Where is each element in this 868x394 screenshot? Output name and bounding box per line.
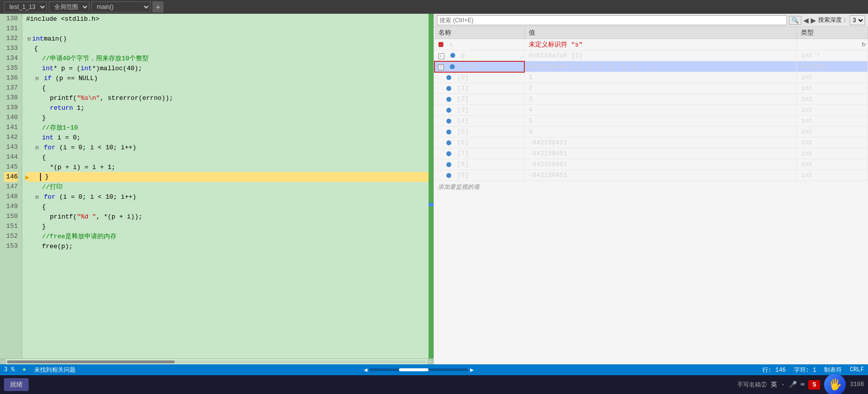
- fold-132[interactable]: ⊟: [26, 36, 32, 42]
- status-icon: ●: [23, 366, 26, 373]
- dot-icon-idx0: [446, 75, 451, 80]
- keyboard-icon[interactable]: ⌨: [801, 381, 805, 389]
- watch-search-button[interactable]: 🔍: [789, 16, 801, 25]
- h-scrollbar[interactable]: ◀ ▶: [0, 358, 434, 364]
- watch-value-p: 0x011da2a0 {1}: [524, 50, 797, 61]
- code-line-144: {: [26, 152, 429, 162]
- dot-icon-idx6: [446, 140, 451, 145]
- watch-row-idx6[interactable]: [6] -842150451 int: [434, 137, 868, 148]
- ln-145: 145: [4, 162, 18, 172]
- watch-value-idx9: -842150451: [524, 170, 797, 181]
- lang-en[interactable]: 英: [771, 380, 777, 389]
- watch-name-p: ▶ p: [434, 50, 524, 61]
- watch-table-header: 名称 值 类型: [434, 27, 868, 39]
- watch-search-input[interactable]: [437, 15, 787, 25]
- code-panel: 130 131 132 133 134 135 136 137 138 139 …: [0, 14, 434, 364]
- watch-type-idx7: int: [797, 148, 868, 159]
- file-selector[interactable]: test_1_13: [4, 1, 47, 12]
- watch-value-s: 未定义标识符 "s": [524, 39, 797, 50]
- watch-value-idx8: -842150451: [524, 159, 797, 170]
- watch-next-button[interactable]: ▶: [811, 16, 816, 24]
- function-selector[interactable]: main(): [91, 1, 151, 12]
- green-scroll-bar: [429, 14, 434, 358]
- watch-row-p[interactable]: ▶ p 0x011da2a0 {1} int *: [434, 50, 868, 61]
- watch-row-idx9[interactable]: [9] -842150451 int: [434, 170, 868, 181]
- code-lines[interactable]: #include <stdlib.h> ⊟ int main() { //申请4…: [22, 14, 429, 358]
- watch-name-idx7: [7]: [434, 148, 524, 159]
- ln-141: 141: [4, 123, 18, 132]
- ln-139: 139: [4, 103, 18, 113]
- watch-type-idx9: int: [797, 170, 868, 181]
- expand-p10[interactable]: ▼: [438, 64, 444, 70]
- col-name: 名称: [434, 27, 524, 39]
- ln-152: 152: [4, 231, 18, 241]
- version-number: 3108: [850, 381, 864, 388]
- add-watch-row[interactable]: 添加要监视的项: [434, 181, 868, 193]
- scroll-right-btn[interactable]: ▶: [428, 359, 434, 365]
- watch-name-idx6: [6]: [434, 137, 524, 148]
- scroll-left-btn[interactable]: ◀: [0, 359, 6, 365]
- watch-row-idx2[interactable]: [2] 3 int: [434, 94, 868, 105]
- fold-136[interactable]: ⊟: [34, 75, 40, 82]
- watch-type-idx2: int: [797, 94, 868, 105]
- add-watch-toolbar-button[interactable]: +: [153, 1, 163, 12]
- ln-142: 142: [4, 132, 18, 142]
- ln-146: 146: [4, 172, 18, 182]
- chat-bubble[interactable]: 🖐: [824, 374, 846, 394]
- h-scrollbar-track[interactable]: [7, 360, 427, 363]
- watch-row-idx7[interactable]: [7] -842150451 int: [434, 148, 868, 159]
- handwriting-label: 手写名稿②: [737, 381, 767, 389]
- watch-value-idx2: 3: [524, 94, 797, 105]
- watch-type-idx6: int: [797, 137, 868, 148]
- ln-147: 147: [4, 182, 18, 192]
- ime-s-badge[interactable]: S: [808, 380, 820, 390]
- code-line-140: }: [26, 113, 429, 123]
- watch-type-idx8: int: [797, 159, 868, 170]
- watch-value-idx1: 2: [524, 83, 797, 94]
- watch-type-idx1: int: [797, 83, 868, 94]
- scope-selector[interactable]: 全局范围: [49, 1, 89, 12]
- watch-row-idx0[interactable]: [0] 1 int: [434, 72, 868, 83]
- dot-icon-p: [450, 53, 455, 58]
- expand-p[interactable]: ▶: [438, 53, 444, 59]
- ln-151: 151: [4, 221, 18, 231]
- scroll-left[interactable]: ◀: [364, 366, 367, 374]
- watch-prev-button[interactable]: ◀: [803, 16, 809, 24]
- scrollbar-area[interactable]: ◀ ▶: [83, 366, 754, 374]
- taskbar-ready[interactable]: 就绪: [4, 378, 29, 391]
- watch-row-s[interactable]: s 未定义标识符 "s" ↻: [434, 39, 868, 50]
- code-line-149: {: [26, 202, 429, 212]
- code-line-137: {: [26, 83, 429, 93]
- ln-136: 136: [4, 73, 18, 83]
- watch-type-idx0: int: [797, 72, 868, 83]
- col-value: 值: [524, 27, 797, 39]
- ln-135: 135: [4, 63, 18, 73]
- dot-icon-idx8: [446, 162, 451, 167]
- h-scroll-track[interactable]: [369, 368, 468, 371]
- mic-icon[interactable]: 🎤: [789, 381, 797, 389]
- watch-row-idx8[interactable]: [8] -842150451 int: [434, 159, 868, 170]
- code-line-133: {: [26, 44, 429, 53]
- code-area: 130 131 132 133 134 135 136 137 138 139 …: [0, 14, 434, 358]
- ln-130: 130: [4, 14, 18, 24]
- search-depth-select[interactable]: 3 1 2 4 5: [850, 15, 865, 25]
- fold-143[interactable]: ⊟: [34, 144, 40, 151]
- refresh-icon-s[interactable]: ↻: [862, 40, 866, 48]
- error-icon-s: [438, 42, 443, 47]
- fold-148[interactable]: ⊟: [34, 194, 40, 200]
- watch-type-p: int *: [797, 50, 868, 61]
- ln-144: 144: [4, 152, 18, 162]
- dot-icon-idx5: [446, 130, 451, 134]
- watch-row-idx4[interactable]: [4] 5 int: [434, 116, 868, 127]
- watch-name-s: s: [434, 39, 524, 50]
- input-method[interactable]: ·: [781, 381, 785, 389]
- watch-row-idx3[interactable]: [3] 4 int: [434, 105, 868, 116]
- watch-type-idx5: int: [797, 127, 868, 137]
- watch-row-p10[interactable]: ▼ p,10 0x011da2a0 {1, 2, 3, 4, 5, 6, ...…: [434, 61, 868, 72]
- watch-row-idx5[interactable]: [5] 6 int: [434, 127, 868, 137]
- ln-132: 132: [4, 34, 18, 44]
- watch-row-idx1[interactable]: [1] 2 int: [434, 83, 868, 94]
- scroll-right[interactable]: ▶: [470, 366, 473, 374]
- ln-138: 138: [4, 93, 18, 103]
- code-line-152: //free是释放申请的内存: [26, 231, 429, 241]
